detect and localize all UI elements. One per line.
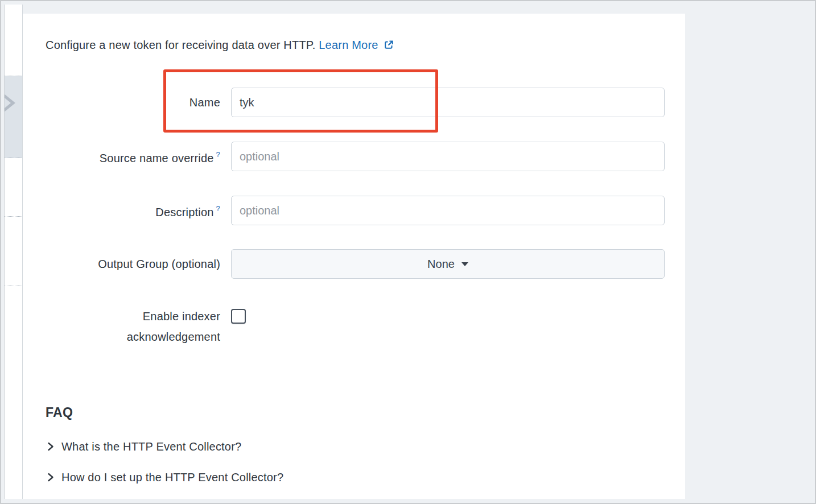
form-row-name: Name xyxy=(46,88,665,117)
name-input[interactable] xyxy=(231,88,665,117)
source-override-input[interactable] xyxy=(231,142,665,171)
output-group-dropdown[interactable]: None xyxy=(231,249,665,279)
faq-title: FAQ xyxy=(46,405,73,420)
form-row-source-override: Source name override? xyxy=(46,142,665,171)
output-group-label: Output Group (optional) xyxy=(46,257,220,271)
form-row-description: Description? xyxy=(46,196,665,225)
learn-more-label: Learn More xyxy=(319,39,378,51)
token-config-panel: Configure a new token for receiving data… xyxy=(23,14,685,499)
form-row-output-group: Output Group (optional) None xyxy=(46,249,665,279)
chevron-right-icon xyxy=(46,472,56,482)
faq-item-label: What is the HTTP Event Collector? xyxy=(61,440,241,453)
output-group-selected-value: None xyxy=(427,258,455,271)
help-question-mark[interactable]: ? xyxy=(216,204,220,213)
row-divider xyxy=(5,216,22,217)
external-link-icon xyxy=(383,39,394,51)
description-label-text: Description xyxy=(155,205,213,218)
caret-down-icon xyxy=(461,262,468,266)
page-background: Configure a new token for receiving data… xyxy=(0,0,816,504)
source-override-label-text: Source name override xyxy=(100,151,214,164)
form-row-indexer-ack: Enable indexer acknowledgement xyxy=(46,306,246,347)
row-divider xyxy=(5,286,22,286)
help-question-mark[interactable]: ? xyxy=(216,150,220,159)
side-strip-selected-row[interactable] xyxy=(5,76,22,158)
learn-more-link[interactable]: Learn More xyxy=(319,39,394,51)
collapsed-side-strip xyxy=(4,5,23,499)
indexer-ack-label: Enable indexer acknowledgement xyxy=(46,306,220,347)
faq-item-setup-hec[interactable]: How do I set up the HTTP Event Collector… xyxy=(46,469,283,485)
faq-item-label: How do I set up the HTTP Event Collector… xyxy=(61,471,283,484)
intro-line: Configure a new token for receiving data… xyxy=(46,37,394,53)
indexer-ack-checkbox[interactable] xyxy=(231,309,246,324)
description-input[interactable] xyxy=(231,196,665,225)
faq-item-what-is-hec[interactable]: What is the HTTP Event Collector? xyxy=(46,439,241,455)
name-label: Name xyxy=(46,95,220,110)
chevron-right-icon xyxy=(46,441,56,452)
intro-text: Configure a new token for receiving data… xyxy=(46,39,316,51)
source-override-label: Source name override? xyxy=(46,148,220,166)
description-label: Description? xyxy=(46,202,220,220)
chevron-right-icon xyxy=(4,93,17,115)
